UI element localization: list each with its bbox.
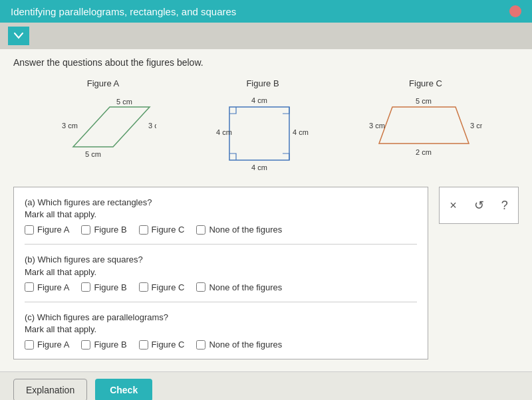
main-content: Answer the questions about the figures b… bbox=[0, 49, 532, 400]
times-button[interactable]: × bbox=[447, 197, 460, 214]
qa-checkbox-figure-b[interactable] bbox=[81, 225, 90, 235]
svg-text:4 cm: 4 cm bbox=[251, 163, 267, 171]
question-a-text: (a) Which figures are rectangles? Mark a… bbox=[25, 197, 417, 221]
svg-marker-0 bbox=[73, 107, 150, 147]
figure-c-label: Figure C bbox=[409, 78, 442, 88]
svg-text:3 cm: 3 cm bbox=[148, 122, 156, 130]
qa-option-none[interactable]: None of the figures bbox=[196, 225, 282, 235]
figure-c-container: Figure C 5 cm 3 cm 3 cm 2 cm bbox=[369, 78, 482, 160]
svg-rect-5 bbox=[229, 107, 289, 160]
svg-text:3 cm: 3 cm bbox=[470, 122, 482, 130]
qc-option-figure-a[interactable]: Figure A bbox=[25, 340, 69, 350]
svg-text:4 cm: 4 cm bbox=[251, 96, 267, 104]
figure-a-label: Figure A bbox=[87, 78, 119, 88]
svg-text:3 cm: 3 cm bbox=[62, 122, 78, 130]
qa-checkbox-figure-c[interactable] bbox=[139, 225, 148, 235]
qa-checkbox-none[interactable] bbox=[196, 225, 205, 235]
qa-checkbox-figure-a[interactable] bbox=[25, 225, 34, 235]
qb-option-figure-c[interactable]: Figure C bbox=[139, 282, 185, 292]
qa-option-figure-b[interactable]: Figure B bbox=[81, 225, 126, 235]
qa-option-figure-a[interactable]: Figure A bbox=[25, 225, 69, 235]
svg-text:5 cm: 5 cm bbox=[85, 150, 101, 158]
figure-a-svg: 5 cm 3 cm 3 cm 5 cm bbox=[50, 94, 156, 160]
figures-area: Figure A 5 cm 3 cm 3 cm 5 cm Figure B bbox=[13, 78, 519, 173]
questions-area: (a) Which figures are rectangles? Mark a… bbox=[13, 187, 519, 359]
question-c-text: (c) Which figures are parallelograms? Ma… bbox=[25, 312, 417, 336]
svg-text:4 cm: 4 cm bbox=[216, 128, 232, 136]
dropdown-button[interactable] bbox=[8, 27, 29, 45]
question-a-options: Figure A Figure B Figure C None of the f… bbox=[25, 225, 417, 235]
qb-checkbox-figure-c[interactable] bbox=[139, 282, 148, 292]
question-c-section: (c) Which figures are parallelograms? Ma… bbox=[25, 312, 417, 350]
qc-checkbox-figure-b[interactable] bbox=[81, 340, 90, 350]
figure-c-svg: 5 cm 3 cm 3 cm 2 cm bbox=[369, 94, 482, 160]
qb-checkbox-none[interactable] bbox=[196, 282, 205, 292]
qa-option-figure-c[interactable]: Figure C bbox=[139, 225, 185, 235]
header-title: Identifying parallelograms, rectangles, … bbox=[11, 6, 236, 17]
question-b-text: (b) Which figures are squares? Mark all … bbox=[25, 254, 417, 278]
qc-option-none[interactable]: None of the figures bbox=[196, 340, 282, 350]
qb-checkbox-figure-b[interactable] bbox=[81, 282, 90, 292]
svg-text:5 cm: 5 cm bbox=[416, 97, 432, 105]
qb-option-figure-a[interactable]: Figure A bbox=[25, 282, 69, 292]
help-button[interactable]: ? bbox=[499, 197, 511, 214]
qb-option-none[interactable]: None of the figures bbox=[196, 282, 282, 292]
question-intro: Answer the questions about the figures b… bbox=[13, 57, 519, 68]
questions-box: (a) Which figures are rectangles? Mark a… bbox=[13, 187, 428, 359]
svg-marker-10 bbox=[379, 107, 469, 144]
question-c-options: Figure A Figure B Figure C None of the f… bbox=[25, 340, 417, 350]
question-b-section: (b) Which figures are squares? Mark all … bbox=[25, 254, 417, 302]
qc-checkbox-figure-c[interactable] bbox=[139, 340, 148, 350]
qc-checkbox-figure-a[interactable] bbox=[25, 340, 34, 350]
undo-button[interactable]: ↺ bbox=[471, 197, 487, 214]
qb-checkbox-figure-a[interactable] bbox=[25, 282, 34, 292]
qc-option-figure-c[interactable]: Figure C bbox=[139, 340, 185, 350]
question-a-section: (a) Which figures are rectangles? Mark a… bbox=[25, 197, 417, 245]
figure-b-svg: 4 cm 4 cm 4 cm 4 cm bbox=[216, 94, 309, 173]
figure-a-container: Figure A 5 cm 3 cm 3 cm 5 cm bbox=[50, 78, 156, 160]
bottom-bar: Explanation Check © 2022 McGraw Hill LLC… bbox=[0, 371, 532, 400]
figure-b-container: Figure B 4 cm 4 cm 4 cm 4 cm bbox=[216, 78, 309, 173]
check-button[interactable]: Check bbox=[95, 379, 152, 400]
qb-option-figure-b[interactable]: Figure B bbox=[81, 282, 126, 292]
figure-b-label: Figure B bbox=[246, 78, 279, 88]
qc-checkbox-none[interactable] bbox=[196, 340, 205, 350]
svg-text:2 cm: 2 cm bbox=[416, 148, 432, 156]
explanation-button[interactable]: Explanation bbox=[13, 379, 87, 400]
close-icon[interactable] bbox=[509, 5, 521, 17]
svg-text:4 cm: 4 cm bbox=[293, 128, 309, 136]
qc-option-figure-b[interactable]: Figure B bbox=[81, 340, 126, 350]
svg-text:3 cm: 3 cm bbox=[369, 122, 385, 130]
question-b-options: Figure A Figure B Figure C None of the f… bbox=[25, 282, 417, 292]
svg-text:5 cm: 5 cm bbox=[116, 98, 132, 106]
action-panel: × ↺ ? bbox=[439, 187, 519, 224]
header-bar: Identifying parallelograms, rectangles, … bbox=[0, 0, 532, 23]
